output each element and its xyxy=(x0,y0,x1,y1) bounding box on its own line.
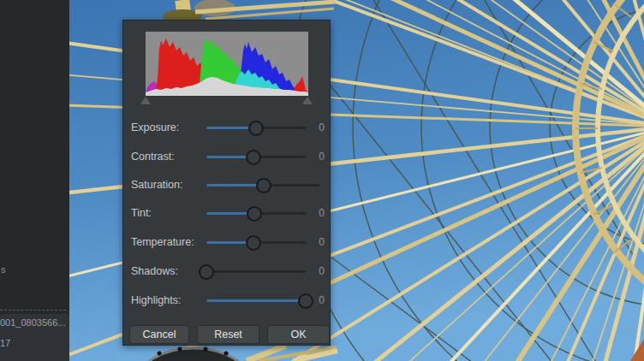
tint-slider-thumb[interactable] xyxy=(247,206,262,222)
highlights-label: Highlights: xyxy=(131,294,181,306)
file-list-item[interactable]: 001_0803566... 17 xyxy=(0,314,69,361)
tint-value: 0 xyxy=(319,207,325,219)
slider-row-tint: Tint: 0 xyxy=(123,205,331,221)
ok-button[interactable]: OK xyxy=(267,325,330,344)
contrast-label: Contrast: xyxy=(131,151,175,163)
file-name: 001_0803566... xyxy=(0,317,69,328)
screen: s 001_0803566... 17 Exposure: xyxy=(0,0,644,361)
slider-row-exposure: Exposure: 0 xyxy=(123,120,331,135)
slider-row-saturation: Saturation: xyxy=(123,177,331,192)
rgb-histogram xyxy=(146,32,308,96)
shadows-slider-thumb[interactable] xyxy=(199,264,214,280)
file-meta: 17 xyxy=(0,338,10,348)
exposure-label: Exposure: xyxy=(131,121,179,133)
histogram-black-point-marker[interactable] xyxy=(140,97,151,104)
thumbnail-sidebar: s 001_0803566... 17 xyxy=(0,0,69,361)
saturation-slider[interactable] xyxy=(206,184,320,186)
shadows-value: 0 xyxy=(319,265,325,277)
cancel-button[interactable]: Cancel xyxy=(129,325,189,344)
saturation-slider-thumb[interactable] xyxy=(256,178,271,193)
saturation-label: Saturation: xyxy=(131,179,182,191)
highlights-slider[interactable] xyxy=(206,299,306,302)
temperature-slider[interactable] xyxy=(206,241,306,244)
sidebar-separator xyxy=(0,310,66,311)
highlights-value: 0 xyxy=(319,294,325,306)
slider-row-contrast: Contrast: 0 xyxy=(123,149,331,164)
contrast-value: 0 xyxy=(319,151,325,163)
slider-row-temperature: Temperature: 0 xyxy=(123,234,331,250)
exposure-slider-thumb[interactable] xyxy=(248,121,264,136)
temperature-value: 0 xyxy=(319,236,325,248)
slider-fill xyxy=(206,299,306,302)
exposure-value: 0 xyxy=(319,121,325,133)
reset-button[interactable]: Reset xyxy=(197,325,259,344)
sidebar-partial-label: s xyxy=(1,264,6,275)
tint-slider[interactable] xyxy=(206,212,306,215)
contrast-slider-thumb[interactable] xyxy=(246,150,261,165)
shadows-label: Shadows: xyxy=(131,265,178,277)
shadows-slider[interactable] xyxy=(206,270,306,273)
slider-row-shadows: Shadows: 0 xyxy=(123,263,331,279)
tint-label: Tint: xyxy=(131,207,152,219)
slider-row-highlights: Highlights: 0 xyxy=(123,293,331,308)
exposure-slider[interactable] xyxy=(206,127,306,129)
histogram-white-point-marker[interactable] xyxy=(302,97,313,104)
temperature-label: Temperature: xyxy=(131,236,194,248)
adjustments-dialog: Exposure: 0 Contrast: 0 Saturation: xyxy=(122,20,331,346)
contrast-slider[interactable] xyxy=(206,156,306,158)
highlights-slider-thumb[interactable] xyxy=(298,293,313,309)
temperature-slider-thumb[interactable] xyxy=(246,235,261,251)
